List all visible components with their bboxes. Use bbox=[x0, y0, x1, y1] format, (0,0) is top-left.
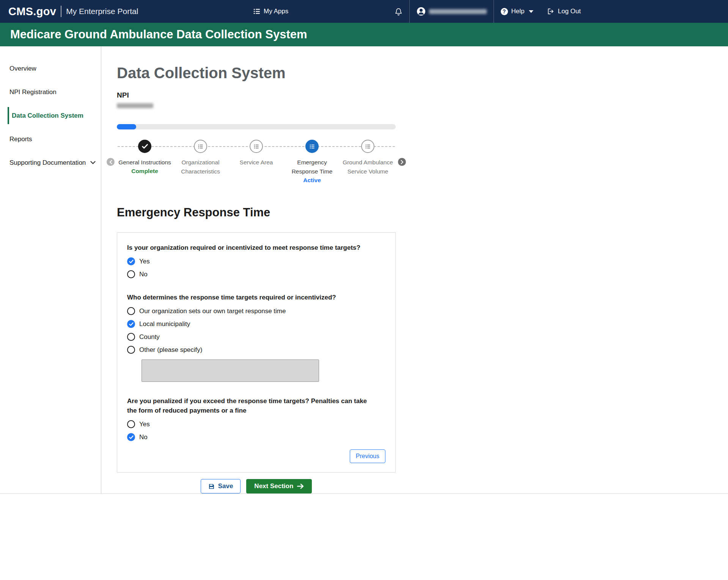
step-general-instructions[interactable]: General Instructions Complete bbox=[117, 140, 173, 184]
npi-value-redacted bbox=[117, 103, 153, 108]
q2-option-local-municipality[interactable]: Local municipality bbox=[127, 320, 385, 328]
step-emergency-response-time[interactable]: Emergency Response Time Active bbox=[284, 140, 340, 184]
step-label: Emergency Response Time bbox=[285, 158, 339, 176]
my-apps-menu[interactable]: My Apps bbox=[253, 0, 288, 23]
question-1: Is your organization required or incenti… bbox=[127, 243, 385, 278]
caret-down-icon bbox=[529, 10, 533, 13]
step-status: Complete bbox=[131, 167, 158, 175]
step-status: Active bbox=[303, 176, 321, 184]
stepper-next-arrow[interactable] bbox=[398, 158, 406, 166]
q1-option-no[interactable]: No bbox=[127, 270, 385, 278]
radio-label: Yes bbox=[139, 421, 150, 428]
radio-button[interactable] bbox=[127, 433, 135, 441]
question-text: Are you penalized if you exceed the resp… bbox=[127, 396, 376, 415]
step-complete-check-icon bbox=[138, 140, 151, 153]
help-icon: ? bbox=[501, 8, 508, 15]
logout-button[interactable]: Log Out bbox=[540, 0, 588, 23]
q2-option-own-organization[interactable]: Our organization sets our own target res… bbox=[127, 307, 385, 315]
q3-option-no[interactable]: No bbox=[127, 433, 385, 441]
question-text: Who determines the response time targets… bbox=[127, 293, 376, 302]
arrow-right-icon bbox=[297, 484, 304, 489]
radio-button[interactable] bbox=[127, 270, 135, 278]
logout-icon bbox=[547, 8, 555, 15]
navbar-right-group: ? Help Log Out bbox=[388, 0, 588, 23]
radio-label: Other (please specify) bbox=[139, 346, 202, 354]
next-section-label: Next Section bbox=[254, 482, 293, 490]
my-apps-label: My Apps bbox=[264, 8, 288, 15]
bell-icon bbox=[395, 8, 403, 16]
main-content: Data Collection System NPI General Instr… bbox=[101, 46, 405, 493]
page-title: Data Collection System bbox=[117, 65, 405, 82]
my-apps-list-icon bbox=[253, 8, 260, 14]
q3-option-yes[interactable]: Yes bbox=[127, 420, 385, 428]
radio-button[interactable] bbox=[127, 307, 135, 315]
card-footer: Previous bbox=[127, 449, 385, 463]
cms-logo[interactable]: CMS.gov My Enterprise Portal bbox=[8, 5, 138, 18]
sidebar: Overview NPI Registration Data Collectio… bbox=[0, 46, 101, 493]
step-list-icon bbox=[305, 140, 319, 153]
radio-button[interactable] bbox=[127, 257, 135, 265]
question-card: Is your organization required or incenti… bbox=[117, 232, 396, 473]
question-2: Who determines the response time targets… bbox=[127, 293, 385, 382]
step-label: Service Area bbox=[240, 158, 273, 167]
portal-name: My Enterprise Portal bbox=[66, 7, 138, 16]
save-icon bbox=[208, 483, 215, 490]
radio-label: Our organization sets our own target res… bbox=[139, 307, 286, 315]
notifications-button[interactable] bbox=[388, 0, 409, 23]
q2-option-other[interactable]: Other (please specify) bbox=[127, 346, 385, 354]
top-navbar: CMS.gov My Enterprise Portal My Apps bbox=[0, 0, 728, 23]
radio-label: Local municipality bbox=[139, 320, 190, 328]
question-1-options: Yes No bbox=[127, 257, 385, 278]
content-area: Overview NPI Registration Data Collectio… bbox=[0, 46, 728, 494]
radio-label: County bbox=[139, 333, 160, 341]
question-text: Is your organization required or incenti… bbox=[127, 243, 376, 252]
step-label: General Instructions bbox=[118, 158, 171, 167]
sidebar-item-reports[interactable]: Reports bbox=[0, 135, 101, 143]
save-button[interactable]: Save bbox=[201, 479, 241, 493]
radio-button[interactable] bbox=[127, 333, 135, 341]
user-name-redacted bbox=[429, 9, 487, 14]
step-list-icon bbox=[194, 140, 207, 153]
user-menu[interactable] bbox=[410, 0, 494, 23]
sidebar-item-data-collection-system[interactable]: Data Collection System bbox=[0, 112, 101, 120]
chevron-down-icon bbox=[90, 161, 96, 164]
other-specify-input[interactable] bbox=[142, 359, 319, 382]
sidebar-item-overview[interactable]: Overview bbox=[0, 65, 101, 72]
progress-bar-fill bbox=[117, 124, 136, 129]
logout-label: Log Out bbox=[558, 8, 581, 15]
sidebar-item-label: Data Collection System bbox=[9, 112, 83, 120]
step-list-icon bbox=[361, 140, 374, 153]
next-section-button[interactable]: Next Section bbox=[246, 479, 312, 493]
section-title: Emergency Response Time bbox=[117, 206, 405, 219]
help-menu[interactable]: ? Help bbox=[494, 0, 540, 23]
help-label: Help bbox=[511, 8, 525, 15]
step-organizational-characteristics[interactable]: Organizational Characteristics bbox=[173, 140, 228, 184]
question-3-options: Yes No bbox=[127, 420, 385, 441]
sidebar-item-npi-registration[interactable]: NPI Registration bbox=[0, 88, 101, 96]
cms-logo-text: CMS.gov bbox=[8, 5, 56, 18]
radio-button[interactable] bbox=[127, 320, 135, 328]
step-label: Ground Ambulance Service Volume bbox=[341, 158, 395, 176]
sidebar-item-label: NPI Registration bbox=[9, 88, 57, 96]
radio-button[interactable] bbox=[127, 420, 135, 428]
step-service-area[interactable]: Service Area bbox=[228, 140, 284, 184]
radio-label: No bbox=[139, 433, 148, 441]
step-list-icon bbox=[250, 140, 263, 153]
section-stepper: General Instructions Complete Organizati… bbox=[117, 140, 396, 184]
step-ground-ambulance-service-volume[interactable]: Ground Ambulance Service Volume bbox=[340, 140, 396, 184]
question-2-options: Our organization sets our own target res… bbox=[127, 307, 385, 382]
radio-button[interactable] bbox=[127, 346, 135, 354]
app-header: Medicare Ground Ambulance Data Collectio… bbox=[0, 23, 728, 46]
sidebar-item-label: Reports bbox=[9, 135, 32, 143]
form-actions: Save Next Section bbox=[117, 479, 396, 493]
user-avatar-icon bbox=[417, 7, 426, 16]
stepper-steps: General Instructions Complete Organizati… bbox=[117, 140, 396, 184]
q2-option-county[interactable]: County bbox=[127, 333, 385, 341]
q1-option-yes[interactable]: Yes bbox=[127, 257, 385, 265]
sidebar-item-label: Supporting Documentation bbox=[9, 159, 86, 167]
previous-button[interactable]: Previous bbox=[350, 449, 385, 463]
radio-label: Yes bbox=[139, 258, 150, 265]
sidebar-item-supporting-documentation[interactable]: Supporting Documentation bbox=[0, 159, 101, 167]
stepper-previous-arrow[interactable] bbox=[107, 158, 115, 166]
radio-label: No bbox=[139, 271, 148, 278]
